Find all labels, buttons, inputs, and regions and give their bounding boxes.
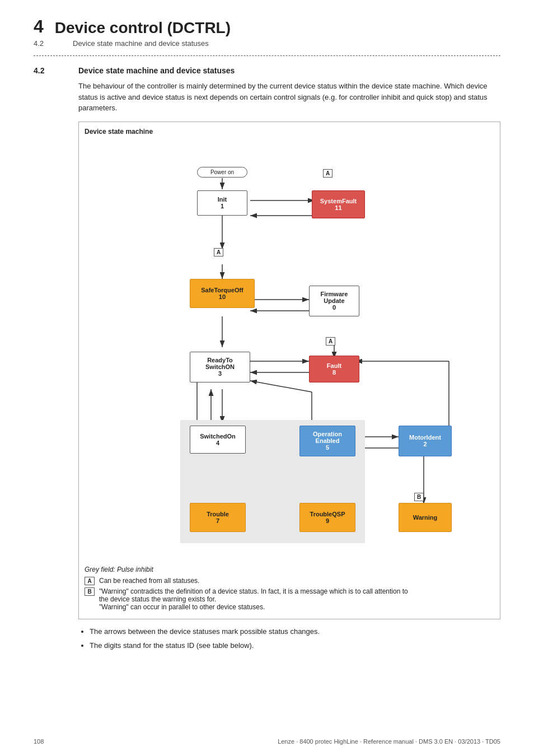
safe-torque-off-node: SafeTorqueOff10 bbox=[190, 279, 255, 308]
badge-a-middle: A bbox=[326, 337, 335, 346]
page-number: 108 bbox=[34, 738, 44, 745]
grey-field-label: Grey field: Pulse inhibit bbox=[85, 566, 494, 573]
legend-b-text: "Warning" contradicts the definition of … bbox=[99, 587, 408, 611]
page-footer: 108 Lenze · 8400 protec HighLine · Refer… bbox=[0, 738, 534, 745]
sub-heading: 4.2 Device state machine and device stat… bbox=[34, 39, 500, 48]
operation-enabled-node: OperationEnabled5 bbox=[299, 426, 355, 456]
legend-a-row: A Can be reached from all statuses. bbox=[85, 577, 494, 585]
trouble-qsp-node: TroubleQSP9 bbox=[299, 503, 355, 532]
diagram-label: Device state machine bbox=[85, 128, 494, 136]
section-content: Device state machine and device statuses… bbox=[78, 66, 500, 655]
sub-title: Device state machine and device statuses bbox=[73, 39, 209, 48]
section-title: Device state machine and device statuses bbox=[78, 66, 500, 75]
system-fault-node: SystemFault11 bbox=[312, 190, 365, 218]
chapter-number: 4 bbox=[34, 17, 44, 36]
ready-to-switch-on-node: ReadyToSwitchON3 bbox=[190, 352, 250, 382]
svg-line-30 bbox=[250, 381, 312, 392]
badge-a-left: A bbox=[214, 248, 223, 256]
legend-a-text: Can be reached from all statuses. bbox=[99, 577, 199, 585]
power-on-node: Power on bbox=[197, 167, 247, 178]
section-block: 4.2 Device state machine and device stat… bbox=[34, 66, 500, 655]
switched-on-node: SwitchedOn4 bbox=[190, 426, 246, 454]
firmware-update-node: FirmwareUpdate0 bbox=[309, 286, 359, 316]
trouble-node: Trouble7 bbox=[190, 503, 246, 532]
doc-info: Lenze · 8400 protec HighLine · Reference… bbox=[278, 738, 500, 745]
diagram-box: Device state machine bbox=[78, 122, 500, 619]
chapter-title: Device control (DCTRL) bbox=[55, 19, 231, 37]
bullet-list: The arrows between the device statuses m… bbox=[78, 626, 500, 651]
section-divider bbox=[34, 55, 500, 56]
diagram-inner: Power on A Init1 SystemFault11 A SafeTor… bbox=[93, 140, 485, 566]
bullet-2: The digits stand for the status ID (see … bbox=[90, 640, 500, 651]
badge-b: B bbox=[414, 493, 424, 501]
legend-b-row: B "Warning" contradicts the definition o… bbox=[85, 587, 494, 611]
bullet-1: The arrows between the device statuses m… bbox=[90, 626, 500, 637]
section-number: 4.2 bbox=[34, 66, 78, 655]
chapter-header: 4 Device control (DCTRL) bbox=[34, 17, 500, 37]
motor-ident-node: MotorIdent2 bbox=[399, 426, 452, 456]
section-paragraph: The behaviour of the controller is mainl… bbox=[78, 81, 500, 114]
sub-number: 4.2 bbox=[34, 39, 56, 48]
init-node: Init1 bbox=[197, 190, 247, 216]
legend-a-badge: A bbox=[85, 577, 95, 585]
fault-node: Fault8 bbox=[309, 356, 359, 382]
warning-node: Warning bbox=[399, 503, 452, 532]
legend-b-badge: B bbox=[85, 587, 95, 596]
badge-a-top: A bbox=[323, 169, 332, 178]
